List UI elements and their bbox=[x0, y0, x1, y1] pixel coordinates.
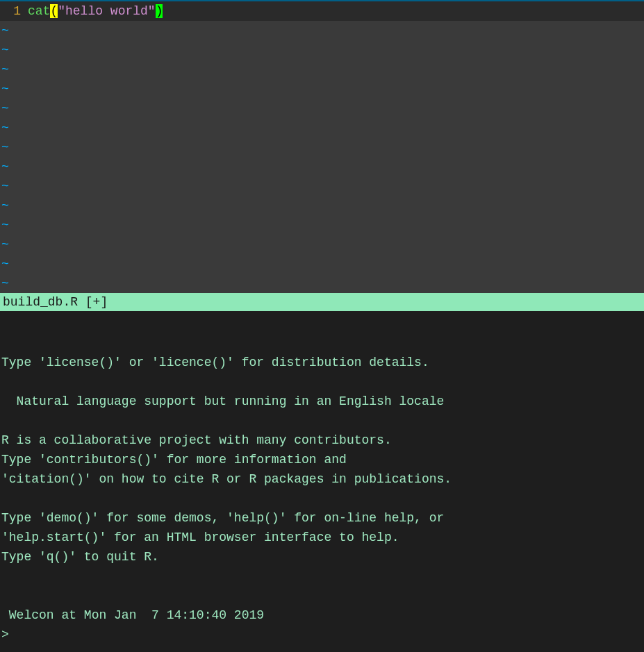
terminal-pane[interactable]: Type 'license()' or 'licence()' for dist… bbox=[0, 311, 644, 652]
terminal-line bbox=[1, 489, 643, 508]
open-paren: ( bbox=[50, 4, 58, 18]
empty-line-tilde: ~ bbox=[0, 40, 644, 60]
empty-line-tilde: ~ bbox=[0, 118, 644, 137]
terminal-line bbox=[1, 411, 643, 431]
terminal-output: Type 'license()' or 'licence()' for dist… bbox=[1, 353, 643, 644]
terminal-line bbox=[1, 586, 643, 605]
terminal-line: Type 'license()' or 'licence()' for dist… bbox=[1, 353, 643, 372]
terminal-line bbox=[1, 372, 643, 392]
terminal-line: Welcon at Mon Jan 7 14:10:40 2019 bbox=[1, 605, 643, 625]
code-content: cat("hello world") bbox=[28, 4, 163, 18]
empty-line-tilde: ~ bbox=[0, 254, 644, 274]
editor-pane[interactable]: 1 cat("hello world") ~~~~~~~~~~~~~~ bbox=[0, 0, 644, 293]
empty-line-tilde: ~ bbox=[0, 274, 644, 293]
empty-line-tilde: ~ bbox=[0, 21, 644, 40]
empty-line-tilde: ~ bbox=[0, 79, 644, 99]
empty-line-tilde: ~ bbox=[0, 215, 644, 235]
empty-line-tilde: ~ bbox=[0, 60, 644, 79]
empty-lines: ~~~~~~~~~~~~~~ bbox=[0, 21, 644, 293]
empty-line-tilde: ~ bbox=[0, 137, 644, 157]
terminal-line: Type 'demo()' for some demos, 'help()' f… bbox=[1, 508, 643, 528]
filename-status: build_db.R [+] bbox=[3, 295, 108, 309]
string-literal: "hello world" bbox=[58, 4, 155, 18]
terminal-line: Natural language support but running in … bbox=[1, 392, 643, 411]
terminal-line: Type 'contributors()' for more informati… bbox=[1, 450, 643, 469]
terminal-line: > bbox=[1, 625, 643, 644]
empty-line-tilde: ~ bbox=[0, 196, 644, 215]
line-number: 1 bbox=[0, 4, 28, 18]
terminal-line: Type 'q()' to quit R. bbox=[1, 547, 643, 567]
terminal-line: 'help.start()' for an HTML browser inter… bbox=[1, 528, 643, 547]
close-paren-cursor: ) bbox=[156, 4, 163, 18]
terminal-line: 'citation()' on how to cite R or R packa… bbox=[1, 469, 643, 489]
empty-line-tilde: ~ bbox=[0, 99, 644, 118]
editor-status-bar: build_db.R [+] bbox=[0, 293, 644, 311]
code-line[interactable]: 1 cat("hello world") bbox=[0, 1, 644, 21]
function-name: cat bbox=[28, 4, 50, 18]
empty-line-tilde: ~ bbox=[0, 235, 644, 254]
empty-line-tilde: ~ bbox=[0, 176, 644, 196]
terminal-line bbox=[1, 567, 643, 586]
terminal-line: R is a collaborative project with many c… bbox=[1, 431, 643, 450]
empty-line-tilde: ~ bbox=[0, 157, 644, 176]
